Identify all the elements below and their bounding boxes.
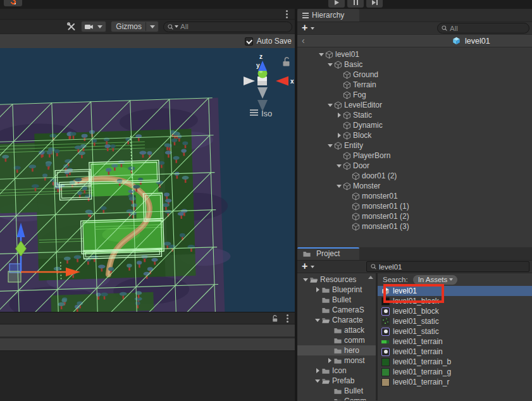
hierarchy-item-label: door01 (2) <box>362 171 397 180</box>
project-folder-item[interactable]: Blueprint <box>297 285 376 295</box>
chevron-down-icon <box>97 25 102 28</box>
search-result-item[interactable]: level01_block <box>378 306 532 316</box>
texture-dark-icon <box>381 297 390 305</box>
hierarchy-item[interactable]: Static <box>297 110 532 120</box>
folder-label: Characte <box>332 316 363 324</box>
bottom-panel-row[interactable] <box>0 338 295 350</box>
project-search-input[interactable] <box>379 263 529 271</box>
auto-save-checkbox[interactable] <box>245 37 253 46</box>
scroll-up-arrow[interactable] <box>368 276 373 279</box>
bottom-panel-row[interactable] <box>0 324 295 336</box>
hierarchy-search-input[interactable] <box>450 25 529 32</box>
sprite-icon <box>381 328 390 336</box>
project-folder-item[interactable]: CameraS <box>297 305 376 315</box>
foldout-arrow[interactable] <box>335 185 343 188</box>
project-folder-item[interactable]: Characte <box>297 315 376 325</box>
search-result-item[interactable]: level01_static <box>378 316 532 326</box>
hierarchy-item[interactable]: Monster <box>297 181 532 191</box>
foldout-arrow[interactable] <box>335 133 343 138</box>
foldout-arrow[interactable] <box>314 379 321 383</box>
tab-hierarchy[interactable]: Hierarchy <box>297 9 359 22</box>
project-search-results: Search: In Assets level01level01_blockle… <box>378 273 532 400</box>
scene-search[interactable] <box>163 22 292 32</box>
foldout-arrow[interactable] <box>335 164 343 168</box>
hierarchy-item[interactable]: Door <box>297 161 532 171</box>
hierarchy-item[interactable]: PlayerBorn <box>297 151 532 161</box>
hierarchy-item[interactable]: Fog <box>297 90 532 100</box>
gameobject-cube-icon <box>352 213 360 221</box>
scene-viewport[interactable]: z y x Iso <box>0 48 295 312</box>
folder-label: CameraS <box>332 305 364 314</box>
hierarchy-item[interactable]: Terrain <box>297 80 532 90</box>
search-result-item[interactable]: level01_terrain_b <box>378 357 532 367</box>
bottom-panel-kebab-icon[interactable] <box>287 318 288 319</box>
plugin-badge-icon[interactable] <box>4 0 22 6</box>
foldout-arrow[interactable] <box>314 368 321 373</box>
project-add-button[interactable]: + <box>299 262 316 272</box>
scene-menu-kebab-icon[interactable] <box>286 13 288 15</box>
hierarchy-item[interactable]: monster01 (1) <box>297 201 532 211</box>
folder-icon <box>321 296 330 304</box>
project-search[interactable] <box>366 261 529 272</box>
foldout-arrow[interactable] <box>335 113 343 118</box>
search-result-item[interactable]: level01_terrain_r <box>378 377 532 387</box>
tab-project[interactable]: Project <box>297 247 359 260</box>
foldout-arrow[interactable] <box>314 287 321 292</box>
hierarchy-add-button[interactable]: + <box>299 23 316 34</box>
scene-search-input[interactable] <box>180 23 292 30</box>
project-folder-item[interactable]: Prefab <box>297 376 376 386</box>
foldout-arrow-glyph <box>303 278 308 281</box>
search-result-item[interactable]: level01_static <box>378 326 532 336</box>
search-result-item[interactable]: level01_terrain_g <box>378 367 532 377</box>
breadcrumb-back-button[interactable]: ‹ <box>302 35 305 46</box>
hierarchy-item[interactable]: Basic <box>297 59 532 70</box>
hierarchy-item[interactable]: Ground <box>297 70 532 80</box>
project-folder-item[interactable]: Bullet <box>297 295 376 305</box>
step-button[interactable] <box>366 0 383 8</box>
foldout-arrow[interactable] <box>314 319 321 322</box>
search-result-item[interactable]: level01_block <box>378 296 532 306</box>
project-folder-item[interactable]: attack <box>297 325 376 335</box>
hierarchy-item[interactable]: monster01 (2) <box>297 211 532 221</box>
tools-icon[interactable] <box>66 22 77 32</box>
hierarchy-item[interactable]: monster01 <box>297 191 532 201</box>
foldout-arrow[interactable] <box>326 63 334 66</box>
gizmos-dropdown[interactable]: Gizmos <box>111 21 159 32</box>
project-folder-item[interactable]: Comm <box>297 396 376 400</box>
hierarchy-tree: level01BasicGroundTerrainFogLevelEditorS… <box>297 47 532 247</box>
pause-button[interactable] <box>347 0 364 8</box>
project-folder-item[interactable]: Icon <box>297 366 376 376</box>
hierarchy-item-label: Door <box>353 161 369 170</box>
hierarchy-item[interactable]: door01 (2) <box>297 171 532 181</box>
project-folder-item[interactable]: Resources <box>297 275 376 285</box>
project-folder-item[interactable]: hero <box>297 345 376 355</box>
hierarchy-item[interactable]: LevelEditor <box>297 100 532 110</box>
hierarchy-item[interactable]: Block <box>297 130 532 140</box>
breadcrumb[interactable]: level01 <box>452 35 490 47</box>
foldout-arrow[interactable] <box>326 104 334 107</box>
foldout-arrow[interactable] <box>318 53 325 56</box>
lock-open-icon[interactable] <box>271 314 279 323</box>
hierarchy-item[interactable]: monster01 (3) <box>297 221 532 231</box>
search-scope-dropdown[interactable]: In Assets <box>413 275 458 285</box>
project-folder-item[interactable]: monst <box>297 355 376 366</box>
project-folder-item[interactable]: Bullet <box>297 386 376 396</box>
foldout-arrow[interactable] <box>326 358 333 363</box>
sprite-icon <box>381 348 390 356</box>
search-result-item[interactable]: level01_terrain <box>378 336 532 347</box>
hierarchy-item[interactable]: Dynamic <box>297 120 532 130</box>
search-result-item[interactable]: level01 <box>378 286 532 296</box>
search-result-item[interactable]: level01_terrain <box>378 347 532 357</box>
play-button[interactable] <box>328 0 345 8</box>
hierarchy-item[interactable]: level01 <box>297 49 532 59</box>
foldout-arrow[interactable] <box>326 144 334 147</box>
foldout-arrow-glyph <box>337 164 342 168</box>
hierarchy-item[interactable]: Entity <box>297 140 532 151</box>
hierarchy-search[interactable] <box>437 23 529 34</box>
scene-panel: Gizmos Auto Save <box>0 9 295 401</box>
camera-settings-button[interactable] <box>81 21 106 32</box>
foldout-arrow[interactable] <box>302 278 309 281</box>
scene-canvas[interactable]: z y x Iso <box>0 48 295 312</box>
project-folder-item[interactable]: comm <box>297 335 376 345</box>
hierarchy-item-label: Monster <box>353 182 380 190</box>
